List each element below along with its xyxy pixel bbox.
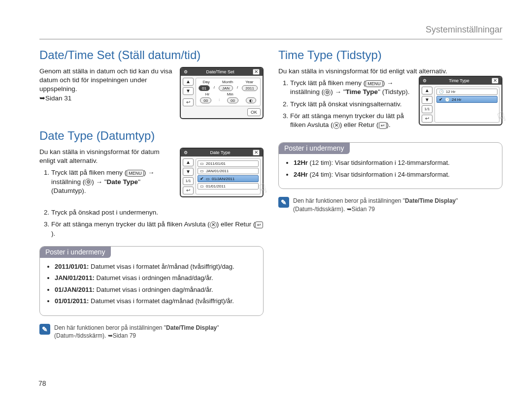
hand-icon: ☟ bbox=[496, 109, 508, 126]
lcd-datetime-set: ⚙ Date/Time Set ✕ ▲ ▼ ↩ Day Month bbox=[180, 67, 264, 119]
note-icon: ✎ bbox=[39, 324, 50, 335]
hand-icon: ☟ bbox=[257, 181, 269, 198]
section-title-datetime-set: Date/Time Set (Ställ datum/tid) bbox=[39, 48, 264, 62]
am-icon[interactable]: ◐ bbox=[246, 97, 256, 103]
right-column: Time Type (Tidstyp) Du kan ställa in vis… bbox=[278, 48, 502, 340]
submenu-item: JAN/01/2011: Datumet visas i ordningen m… bbox=[55, 274, 254, 282]
down-button[interactable]: ▼ bbox=[183, 168, 194, 176]
note-icon: ✎ bbox=[278, 197, 289, 208]
date-type-steps-cont: Tryck på önskad post i undermenyn. För a… bbox=[39, 208, 264, 238]
submenu-item: 24Hr (24 tim): Visar tidsinformation i 2… bbox=[294, 170, 493, 179]
section-title-time-type: Time Type (Tidstyp) bbox=[278, 48, 502, 62]
lcd-title: Time Type bbox=[449, 78, 469, 83]
submenu-item: 2011/01/01: Datumet visas i formatet år/… bbox=[55, 262, 254, 271]
label-min: Min bbox=[227, 92, 233, 96]
step-3: För att stänga menyn trycker du lätt på … bbox=[51, 220, 264, 238]
datetime-set-ref: ➥Sidan 31 bbox=[39, 94, 173, 103]
step-1: Tryck lätt på fliken meny (MENU) → instä… bbox=[290, 79, 412, 96]
return-icon: ↩ bbox=[255, 221, 263, 228]
label-day: Day bbox=[203, 80, 210, 84]
up-button[interactable]: ▲ bbox=[422, 87, 432, 94]
section-title-date-type: Date Type (Datumtyp) bbox=[39, 129, 264, 143]
close-icon[interactable]: ✕ bbox=[253, 150, 260, 156]
left-column: Date/Time Set (Ställ datum/tid) Genom at… bbox=[39, 48, 264, 340]
value-year[interactable]: 2011 bbox=[242, 85, 258, 91]
submenu-item: 01/JAN/2011: Datumet visas i ordningen d… bbox=[55, 285, 254, 294]
lcd-title: Date/Time Set bbox=[206, 69, 234, 74]
down-button[interactable]: ▼ bbox=[422, 96, 432, 104]
date-type-row: Du kan ställa in visningsformat för datu… bbox=[39, 148, 264, 198]
page-header: Systeminställningar bbox=[39, 25, 502, 39]
label-hr: Hr bbox=[205, 92, 209, 96]
close-icon: ✕ bbox=[210, 221, 217, 228]
return-button[interactable]: ↩ bbox=[183, 187, 194, 194]
close-icon[interactable]: ✕ bbox=[253, 69, 260, 75]
up-button[interactable]: ▲ bbox=[183, 158, 194, 166]
value-hr[interactable]: 00 bbox=[200, 97, 211, 103]
submenu-time-type: Poster i undermeny 12Hr (12 tim): Visar … bbox=[278, 142, 502, 189]
list-item[interactable]: ▭01/01/2011 bbox=[198, 183, 259, 189]
submenu-item: 01/01/2011: Datumet visas i formatet dag… bbox=[55, 297, 254, 306]
lcd-title: Date Type bbox=[210, 150, 231, 155]
time-type-intro: Du kan ställa in visningsformat för tid … bbox=[278, 67, 502, 76]
step-2: Tryck på önskad post i undermenyn. bbox=[51, 208, 264, 217]
datetime-set-body: Genom att ställa in datum och tid kan du… bbox=[39, 67, 173, 94]
submenu-item: 12Hr (12 tim): Visar tidsinformation i 1… bbox=[294, 158, 493, 167]
gear-icon: ⚙ bbox=[324, 89, 331, 96]
return-button[interactable]: ↩ bbox=[422, 115, 432, 123]
menu-icon: MENU bbox=[127, 170, 144, 177]
page-number: 78 bbox=[38, 379, 46, 387]
up-button[interactable]: ▲ bbox=[183, 78, 194, 86]
return-button[interactable]: ↩ bbox=[183, 98, 194, 106]
time-type-row: Tryck lätt på fliken meny (MENU) → instä… bbox=[278, 76, 502, 132]
close-icon[interactable]: ✕ bbox=[492, 78, 499, 84]
datetime-set-text: Genom att ställa in datum och tid kan du… bbox=[39, 67, 173, 103]
pager: 1/1 bbox=[183, 177, 194, 185]
content-columns: Date/Time Set (Ställ datum/tid) Genom at… bbox=[39, 48, 502, 340]
lcd-date-type: ⚙ Date Type ✕ ▲ ▼ 1/1 ↩ ▭2011/01/01 ▭JAN… bbox=[180, 148, 264, 197]
ok-button[interactable]: OK bbox=[247, 108, 261, 116]
step-2: Tryck lätt på önskat visningsalternativ. bbox=[290, 100, 412, 109]
date-type-steps: Tryck lätt på fliken meny (MENU) → instä… bbox=[39, 168, 173, 195]
note-text: Den här funktionen beror på inställninge… bbox=[54, 324, 264, 340]
value-month[interactable]: JAN bbox=[219, 85, 233, 91]
note-date-type: ✎ Den här funktionen beror på inställnin… bbox=[39, 324, 264, 340]
gear-icon: ⚙ bbox=[85, 179, 92, 186]
step-1: Tryck lätt på fliken meny (MENU) → instä… bbox=[51, 168, 173, 195]
return-icon: ↩ bbox=[379, 122, 387, 129]
list-item[interactable]: ▭JAN/01/2011 bbox=[198, 168, 259, 174]
pager: 1/1 bbox=[422, 105, 432, 113]
datetime-set-row: Genom att ställa in datum och tid kan du… bbox=[39, 67, 264, 119]
list-item-selected[interactable]: ✔▭01/JAN/2011 bbox=[198, 175, 259, 182]
breadcrumb: Systeminställningar bbox=[426, 25, 502, 34]
submenu-header: Poster i undermeny bbox=[278, 142, 350, 154]
step-3: För att stänga menyn trycker du lätt på … bbox=[290, 112, 412, 129]
submenu-date-type: Poster i undermeny 2011/01/01: Datumet v… bbox=[39, 246, 264, 316]
value-min[interactable]: 00 bbox=[227, 97, 238, 103]
menu-icon: MENU bbox=[366, 80, 383, 87]
gear-icon: ⚙ bbox=[184, 69, 188, 74]
close-icon: ✕ bbox=[333, 122, 340, 129]
gear-icon: ⚙ bbox=[184, 150, 188, 155]
date-type-intro: Du kan ställa in visningsformat för datu… bbox=[39, 148, 173, 165]
value-day[interactable]: 01 bbox=[199, 85, 210, 91]
list-item[interactable]: ▭2011/01/01 bbox=[198, 160, 259, 167]
note-text: Den här funktionen beror på inställninge… bbox=[293, 197, 502, 213]
note-time-type: ✎ Den här funktionen beror på inställnin… bbox=[278, 197, 502, 213]
label-month: Month bbox=[222, 80, 233, 84]
gear-icon: ⚙ bbox=[423, 78, 427, 83]
submenu-header: Poster i undermeny bbox=[39, 246, 111, 258]
down-button[interactable]: ▼ bbox=[183, 87, 194, 95]
label-year: Year bbox=[245, 80, 253, 84]
list-item-selected[interactable]: ✔🕒24 Hr bbox=[436, 96, 498, 103]
lcd-time-type: ⚙ Time Type ✕ ▲ ▼ 1/1 ↩ 🕒12 Hr ✔🕒24 Hr ☟ bbox=[419, 76, 502, 125]
time-type-steps: Tryck lätt på fliken meny (MENU) → instä… bbox=[278, 79, 412, 129]
list-item[interactable]: 🕒12 Hr bbox=[436, 89, 498, 95]
